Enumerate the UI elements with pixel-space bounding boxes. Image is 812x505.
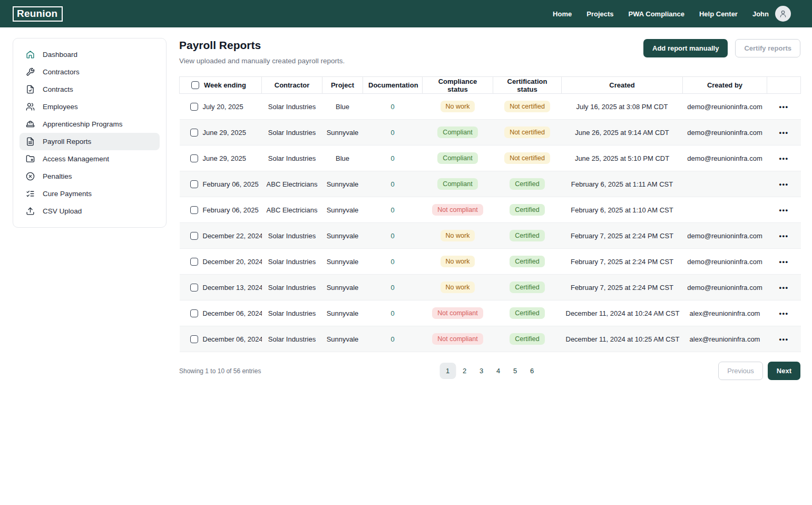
table-row: December 13, 2024Solar IndustriesSunnyva…: [180, 275, 801, 300]
row-actions-button[interactable]: •••: [779, 309, 788, 317]
column-header-compliance-status: Compliance status: [423, 77, 493, 94]
certification-status-cell: Certified: [493, 223, 562, 249]
row-checkbox[interactable]: [190, 284, 198, 292]
user-avatar-icon[interactable]: [775, 6, 791, 22]
sidebar-item-contractors[interactable]: Contractors: [19, 63, 160, 81]
table-row: June 29, 2025Solar IndustriesSunnyvale0C…: [180, 120, 801, 145]
documentation-cell: 0: [363, 120, 423, 145]
row-actions-button[interactable]: •••: [779, 129, 788, 137]
previous-page-button[interactable]: Previous: [718, 362, 763, 380]
row-checkbox[interactable]: [190, 180, 198, 188]
sidebar-item-payroll-reports[interactable]: Payroll Reports: [19, 133, 160, 150]
sidebar-item-access-management[interactable]: Access Management: [19, 150, 160, 168]
documentation-cell: 0: [363, 223, 423, 249]
project-cell: Sunnyvale: [322, 223, 363, 249]
row-actions-button[interactable]: •••: [779, 335, 788, 343]
row-actions-button[interactable]: •••: [779, 103, 788, 111]
row-checkbox[interactable]: [190, 309, 198, 317]
row-actions-button[interactable]: •••: [779, 206, 788, 214]
page-number-2[interactable]: 2: [456, 363, 473, 379]
row-checkbox[interactable]: [190, 206, 198, 214]
home-icon: [26, 50, 35, 59]
column-header-certification-status: Certification status: [493, 77, 562, 94]
certification-status-badge: Certified: [510, 307, 545, 319]
add-report-button[interactable]: Add report manually: [643, 39, 728, 57]
sidebar-item-cure-payments[interactable]: Cure Payments: [19, 185, 160, 202]
sidebar-item-dashboard[interactable]: Dashboard: [19, 46, 160, 63]
top-navbar: Reunion HomeProjectsPWA ComplianceHelp C…: [0, 0, 812, 27]
created-cell: December 11, 2024 at 10:25 AM CST: [562, 326, 683, 352]
next-page-button[interactable]: Next: [768, 362, 800, 380]
page-header: Payroll Reports View uploaded and manual…: [179, 39, 800, 65]
folder-user-icon: [26, 154, 35, 163]
certification-status-cell: Certified: [493, 326, 562, 352]
nav-link-projects[interactable]: Projects: [586, 10, 613, 18]
created-by-cell: [683, 197, 767, 223]
page-number-3[interactable]: 3: [473, 363, 490, 379]
contractor-cell: Solar Industries: [262, 94, 322, 120]
sidebar-item-csv-upload[interactable]: CSV Upload: [19, 202, 160, 220]
compliance-status-cell: No work: [423, 275, 493, 300]
row-actions-button[interactable]: •••: [779, 180, 788, 188]
row-checkbox[interactable]: [190, 232, 198, 240]
user-name: John: [752, 10, 769, 18]
certification-status-badge: Not certified: [504, 127, 550, 139]
week-ending-cell: December 22, 2024: [203, 232, 262, 240]
certify-reports-button[interactable]: Certify reports: [735, 39, 800, 57]
sidebar-item-contracts[interactable]: Contracts: [19, 81, 160, 98]
sidebar-item-label: Penalties: [43, 172, 72, 180]
payroll-reports-table: Week endingContractorProjectDocumentatio…: [179, 76, 801, 352]
row-checkbox[interactable]: [190, 129, 198, 137]
page-number-5[interactable]: 5: [507, 363, 523, 379]
sidebar-item-penalties[interactable]: Penalties: [19, 168, 160, 185]
row-actions-button[interactable]: •••: [779, 232, 788, 240]
nav-link-pwa-compliance[interactable]: PWA Compliance: [629, 10, 684, 18]
certification-status-badge: Certified: [510, 333, 545, 345]
column-header-created: Created: [562, 77, 683, 94]
created-cell: June 25, 2025 at 5:10 PM CDT: [562, 145, 683, 171]
nav-link-home[interactable]: Home: [553, 10, 572, 18]
certification-status-cell: Certified: [493, 171, 562, 197]
column-header-week-ending: Week ending: [180, 77, 262, 94]
user-menu[interactable]: John: [752, 6, 791, 22]
column-header-created-by: Created by: [683, 77, 767, 94]
sidebar-item-apprenticeship-programs[interactable]: Apprenticeship Programs: [19, 115, 160, 133]
sidebar-item-label: Dashboard: [43, 51, 77, 59]
compliance-status-badge: No work: [441, 101, 475, 113]
brand-logo: Reunion: [13, 6, 63, 22]
row-checkbox[interactable]: [190, 154, 198, 162]
page-number-1[interactable]: 1: [439, 363, 456, 379]
project-cell: Sunnyvale: [322, 326, 363, 352]
pagination-bar: Showing 1 to 10 of 56 entries 123456 Pre…: [179, 362, 800, 380]
actions-cell: •••: [767, 197, 801, 223]
page-number-4[interactable]: 4: [490, 363, 506, 379]
sidebar-item-label: CSV Upload: [43, 207, 82, 215]
select-all-checkbox[interactable]: [191, 81, 199, 89]
page-number-6[interactable]: 6: [524, 363, 540, 379]
documentation-cell: 0: [363, 171, 423, 197]
sidebar-item-label: Contractors: [43, 68, 80, 76]
actions-cell: •••: [767, 249, 801, 275]
pagination-summary: Showing 1 to 10 of 56 entries: [179, 367, 261, 375]
created-cell: December 11, 2024 at 10:24 AM CST: [562, 300, 683, 326]
row-actions-button[interactable]: •••: [779, 154, 788, 162]
table-header-row: Week endingContractorProjectDocumentatio…: [180, 77, 801, 94]
row-actions-button[interactable]: •••: [779, 284, 788, 292]
contractor-cell: ABC Electricians: [262, 197, 322, 223]
table-row: December 06, 2024Solar IndustriesSunnyva…: [180, 300, 801, 326]
row-checkbox[interactable]: [190, 103, 198, 111]
row-actions-button[interactable]: •••: [779, 258, 788, 266]
row-checkbox[interactable]: [190, 258, 198, 266]
certification-status-cell: Not certified: [493, 120, 562, 145]
table-row: December 06, 2024Solar IndustriesSunnyva…: [180, 326, 801, 352]
week-ending-cell: February 06, 2025: [203, 180, 259, 188]
row-checkbox[interactable]: [190, 335, 198, 343]
sidebar-item-employees[interactable]: Employees: [19, 98, 160, 115]
created-by-cell: demo@reunioninfra.com: [683, 275, 767, 300]
compliance-status-cell: No work: [423, 94, 493, 120]
contractor-cell: Solar Industries: [262, 223, 322, 249]
project-cell: Sunnyvale: [322, 120, 363, 145]
nav-link-help-center[interactable]: Help Center: [699, 10, 738, 18]
contractor-cell: Solar Industries: [262, 275, 322, 300]
contractor-cell: Solar Industries: [262, 300, 322, 326]
